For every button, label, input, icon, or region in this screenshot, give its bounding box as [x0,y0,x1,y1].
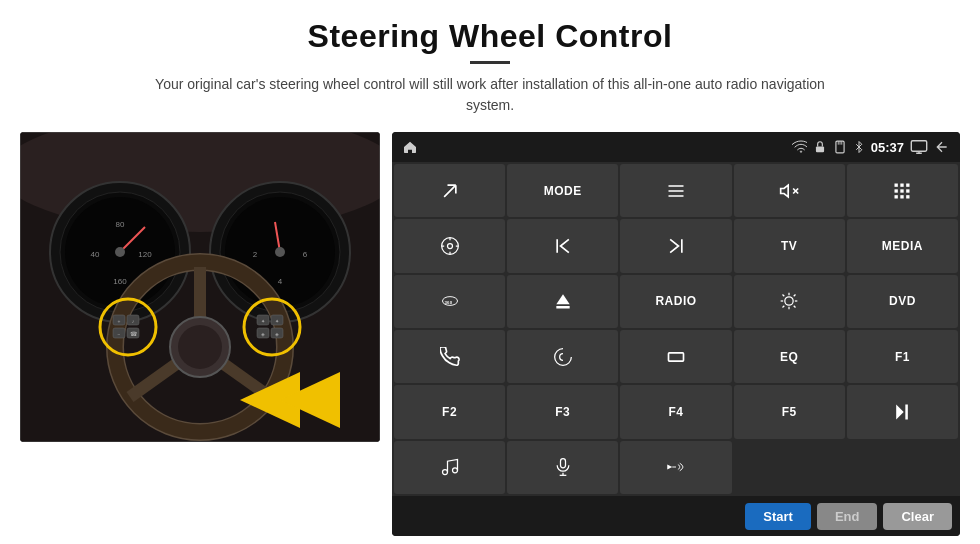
status-left [402,139,418,155]
svg-text:◈: ◈ [261,331,265,337]
svg-marker-76 [556,295,569,305]
page-wrapper: Steering Wheel Control Your original car… [0,0,980,544]
svg-point-91 [452,468,457,473]
eq-button[interactable]: EQ [734,330,845,383]
clear-button[interactable]: Clear [883,503,952,530]
svg-text:360: 360 [444,300,452,305]
page-title: Steering Wheel Control [40,18,940,55]
radio-button[interactable]: RADIO [620,275,731,328]
dvd-button[interactable]: DVD [847,275,958,328]
svg-marker-88 [897,404,905,419]
control-panel: 05:37 [392,132,960,536]
svg-rect-52 [911,141,926,152]
car-image: 80 120 160 40 4 6 2 [20,132,380,442]
svg-rect-77 [556,306,569,309]
svg-point-25 [178,325,222,369]
end-button[interactable]: End [817,503,878,530]
f3-button[interactable]: F3 [507,385,618,438]
next-button[interactable] [620,219,731,272]
mic-button[interactable] [507,441,618,494]
mode-button[interactable]: MODE [507,164,618,217]
nav-arrow-button[interactable] [394,164,505,217]
svg-text:40: 40 [91,250,100,259]
svg-point-78 [785,297,793,305]
svg-rect-69 [907,195,910,198]
phone-button[interactable] [394,330,505,383]
svg-text:160: 160 [113,277,127,286]
screen-icon [910,140,928,154]
bluetooth-icon [853,140,865,154]
svg-line-86 [794,295,796,297]
svg-point-18 [275,247,285,257]
svg-text:2: 2 [253,250,258,259]
svg-rect-62 [901,183,904,186]
svg-rect-92 [560,459,565,468]
f4-button[interactable]: F4 [620,385,731,438]
subtitle: Your original car's steering wheel contr… [140,74,840,116]
svg-rect-63 [907,183,910,186]
panel-buttons: MODE TV [392,162,960,496]
settings-circle-button[interactable] [394,219,505,272]
list-button[interactable] [620,164,731,217]
sdcard-icon [833,140,847,154]
home-icon [402,139,418,155]
playpause-button[interactable] [847,385,958,438]
svg-line-85 [783,306,785,308]
svg-rect-89 [906,404,909,419]
panel-statusbar: 05:37 [392,132,960,162]
tv-button[interactable]: TV [734,219,845,272]
apps-button[interactable] [847,164,958,217]
panel-footer: Start End Clear [392,496,960,536]
start-button[interactable]: Start [745,503,811,530]
svg-text:+: + [118,318,121,324]
svg-rect-47 [816,146,824,152]
svg-line-82 [794,306,796,308]
media-button[interactable]: MEDIA [847,219,958,272]
svg-rect-65 [901,189,904,192]
wifi-icon [791,139,807,155]
status-time: 05:37 [871,140,904,155]
svg-text:✦: ✦ [261,318,265,324]
svg-text:✦: ✦ [275,318,279,324]
svg-text:80: 80 [116,220,125,229]
status-right: 05:37 [791,139,950,155]
svg-marker-95 [667,465,672,470]
back-icon [934,139,950,155]
svg-text:−: − [118,331,121,337]
svg-text:120: 120 [138,250,152,259]
svg-line-81 [783,295,785,297]
title-divider [470,61,510,64]
header-section: Steering Wheel Control Your original car… [0,0,980,124]
svg-point-71 [447,243,452,248]
lock-icon [813,140,827,154]
svg-text:☎: ☎ [130,331,138,337]
eject-button[interactable] [507,275,618,328]
music-button[interactable] [394,441,505,494]
svg-rect-61 [895,183,898,186]
mute-button[interactable] [734,164,845,217]
svg-rect-66 [907,189,910,192]
svg-rect-67 [895,195,898,198]
svg-text:◈: ◈ [275,331,279,337]
f5-button[interactable]: F5 [734,385,845,438]
svg-rect-64 [895,189,898,192]
svg-rect-87 [668,352,683,360]
svg-point-10 [115,247,125,257]
vol-call-button[interactable] [620,441,731,494]
rect-button[interactable] [620,330,731,383]
f1-button[interactable]: F1 [847,330,958,383]
prev-button[interactable] [507,219,618,272]
svg-text:6: 6 [303,250,308,259]
f2-button[interactable]: F2 [394,385,505,438]
swirl-button[interactable] [507,330,618,383]
svg-rect-68 [901,195,904,198]
content-area: 80 120 160 40 4 6 2 [0,124,980,544]
svg-text:4: 4 [278,277,283,286]
svg-marker-58 [781,185,789,197]
cam360-button[interactable]: 360 [394,275,505,328]
brightness-button[interactable] [734,275,845,328]
svg-point-90 [442,470,447,475]
